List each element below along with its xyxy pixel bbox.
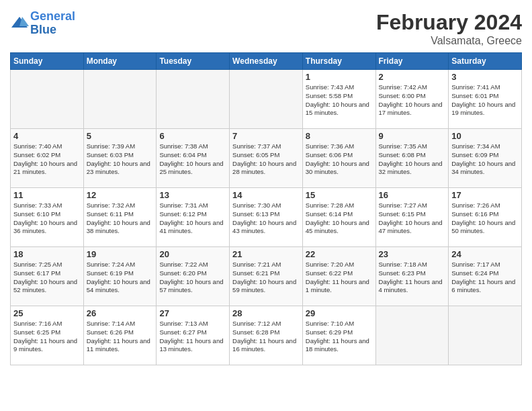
day-number: 11 [13, 190, 81, 200]
day-cell: 4Sunrise: 7:40 AMSunset: 6:02 PMDaylight… [11, 129, 84, 188]
header-day-thursday: Thursday [302, 53, 375, 70]
logo-general: General [30, 9, 75, 23]
day-cell: 25Sunrise: 7:16 AMSunset: 6:25 PMDayligh… [11, 306, 84, 365]
day-number: 28 [232, 308, 300, 318]
day-number: 23 [379, 249, 446, 259]
header-area: General Blue February 2024 Valsamata, Gr… [10, 10, 522, 47]
day-info: Sunrise: 7:18 AMSunset: 6:23 PMDaylight:… [379, 261, 446, 295]
day-number: 29 [306, 308, 373, 318]
week-row-5: 25Sunrise: 7:16 AMSunset: 6:25 PMDayligh… [11, 306, 522, 365]
day-cell [11, 70, 84, 129]
calendar-header: SundayMondayTuesdayWednesdayThursdayFrid… [11, 53, 522, 70]
logo-text: General Blue [30, 10, 75, 37]
calendar-body: 1Sunrise: 7:43 AMSunset: 5:58 PMDaylight… [11, 70, 522, 365]
day-cell: 29Sunrise: 7:10 AMSunset: 6:29 PMDayligh… [302, 306, 375, 365]
day-info: Sunrise: 7:43 AMSunset: 5:58 PMDaylight:… [306, 83, 373, 118]
day-cell: 17Sunrise: 7:26 AMSunset: 6:16 PMDayligh… [449, 188, 522, 247]
logo: General Blue [10, 10, 75, 37]
day-cell: 5Sunrise: 7:39 AMSunset: 6:03 PMDaylight… [83, 129, 157, 188]
day-info: Sunrise: 7:39 AMSunset: 6:03 PMDaylight:… [87, 142, 154, 177]
day-info: Sunrise: 7:26 AMSunset: 6:16 PMDaylight:… [451, 201, 519, 236]
day-number: 9 [379, 131, 446, 141]
day-info: Sunrise: 7:14 AMSunset: 6:26 PMDaylight:… [87, 320, 154, 354]
day-number: 20 [159, 249, 226, 259]
header-day-friday: Friday [375, 53, 449, 70]
day-number: 22 [306, 249, 373, 259]
day-cell: 9Sunrise: 7:35 AMSunset: 6:08 PMDaylight… [375, 129, 449, 188]
title-area: February 2024 Valsamata, Greece [376, 10, 522, 47]
day-info: Sunrise: 7:25 AMSunset: 6:17 PMDaylight:… [13, 261, 81, 295]
calendar-subtitle: Valsamata, Greece [376, 35, 522, 47]
day-cell: 11Sunrise: 7:33 AMSunset: 6:10 PMDayligh… [11, 188, 84, 247]
day-cell [375, 306, 449, 365]
header-row: SundayMondayTuesdayWednesdayThursdayFrid… [11, 53, 522, 70]
week-row-1: 1Sunrise: 7:43 AMSunset: 5:58 PMDaylight… [11, 70, 522, 129]
day-info: Sunrise: 7:22 AMSunset: 6:20 PMDaylight:… [159, 261, 226, 295]
day-number: 7 [232, 131, 300, 141]
day-info: Sunrise: 7:12 AMSunset: 6:28 PMDaylight:… [232, 320, 300, 354]
week-row-4: 18Sunrise: 7:25 AMSunset: 6:17 PMDayligh… [11, 247, 522, 306]
day-info: Sunrise: 7:30 AMSunset: 6:13 PMDaylight:… [232, 201, 300, 236]
day-number: 19 [87, 249, 154, 259]
day-info: Sunrise: 7:16 AMSunset: 6:25 PMDaylight:… [13, 320, 81, 354]
day-cell [449, 306, 522, 365]
day-number: 10 [451, 131, 519, 141]
day-cell: 21Sunrise: 7:21 AMSunset: 6:21 PMDayligh… [230, 247, 303, 306]
day-number: 14 [232, 190, 300, 200]
day-info: Sunrise: 7:21 AMSunset: 6:21 PMDaylight:… [232, 261, 300, 295]
day-number: 24 [451, 249, 519, 259]
day-cell: 8Sunrise: 7:36 AMSunset: 6:06 PMDaylight… [302, 129, 375, 188]
day-cell: 14Sunrise: 7:30 AMSunset: 6:13 PMDayligh… [230, 188, 303, 247]
day-cell: 7Sunrise: 7:37 AMSunset: 6:05 PMDaylight… [230, 129, 303, 188]
day-info: Sunrise: 7:38 AMSunset: 6:04 PMDaylight:… [159, 142, 226, 177]
day-info: Sunrise: 7:36 AMSunset: 6:06 PMDaylight:… [306, 142, 373, 177]
day-number: 13 [159, 190, 226, 200]
day-number: 26 [87, 308, 154, 318]
day-cell: 15Sunrise: 7:28 AMSunset: 6:14 PMDayligh… [302, 188, 375, 247]
calendar-title: February 2024 [376, 10, 522, 35]
day-info: Sunrise: 7:42 AMSunset: 6:00 PMDaylight:… [379, 83, 446, 118]
day-number: 5 [87, 131, 154, 141]
day-cell: 13Sunrise: 7:31 AMSunset: 6:12 PMDayligh… [157, 188, 230, 247]
day-cell: 12Sunrise: 7:32 AMSunset: 6:11 PMDayligh… [83, 188, 157, 247]
day-cell: 20Sunrise: 7:22 AMSunset: 6:20 PMDayligh… [157, 247, 230, 306]
logo-icon [10, 14, 29, 33]
day-number: 25 [13, 308, 81, 318]
day-cell: 3Sunrise: 7:41 AMSunset: 6:01 PMDaylight… [449, 70, 522, 129]
day-number: 1 [306, 72, 373, 82]
day-cell: 16Sunrise: 7:27 AMSunset: 6:15 PMDayligh… [375, 188, 449, 247]
day-info: Sunrise: 7:34 AMSunset: 6:09 PMDaylight:… [451, 142, 519, 177]
day-info: Sunrise: 7:20 AMSunset: 6:22 PMDaylight:… [306, 261, 373, 295]
header-day-monday: Monday [83, 53, 157, 70]
day-cell: 27Sunrise: 7:13 AMSunset: 6:27 PMDayligh… [157, 306, 230, 365]
calendar-page: General Blue February 2024 Valsamata, Gr… [0, 0, 532, 372]
day-info: Sunrise: 7:32 AMSunset: 6:11 PMDaylight:… [87, 201, 154, 236]
calendar-table: SundayMondayTuesdayWednesdayThursdayFrid… [10, 52, 522, 365]
day-cell: 19Sunrise: 7:24 AMSunset: 6:19 PMDayligh… [83, 247, 157, 306]
day-number: 12 [87, 190, 154, 200]
day-info: Sunrise: 7:33 AMSunset: 6:10 PMDaylight:… [13, 201, 81, 236]
day-number: 21 [232, 249, 300, 259]
day-cell: 26Sunrise: 7:14 AMSunset: 6:26 PMDayligh… [83, 306, 157, 365]
day-number: 3 [451, 72, 519, 82]
day-cell: 24Sunrise: 7:17 AMSunset: 6:24 PMDayligh… [449, 247, 522, 306]
header-day-wednesday: Wednesday [230, 53, 303, 70]
day-cell [230, 70, 303, 129]
day-cell: 23Sunrise: 7:18 AMSunset: 6:23 PMDayligh… [375, 247, 449, 306]
day-info: Sunrise: 7:17 AMSunset: 6:24 PMDaylight:… [451, 261, 519, 295]
day-info: Sunrise: 7:27 AMSunset: 6:15 PMDaylight:… [379, 201, 446, 236]
day-cell: 6Sunrise: 7:38 AMSunset: 6:04 PMDaylight… [157, 129, 230, 188]
header-day-saturday: Saturday [449, 53, 522, 70]
day-info: Sunrise: 7:24 AMSunset: 6:19 PMDaylight:… [87, 261, 154, 295]
day-number: 16 [379, 190, 446, 200]
day-number: 27 [159, 308, 226, 318]
day-number: 17 [451, 190, 519, 200]
day-info: Sunrise: 7:41 AMSunset: 6:01 PMDaylight:… [451, 83, 519, 118]
day-number: 6 [159, 131, 226, 141]
day-cell: 18Sunrise: 7:25 AMSunset: 6:17 PMDayligh… [11, 247, 84, 306]
header-day-sunday: Sunday [11, 53, 84, 70]
day-info: Sunrise: 7:31 AMSunset: 6:12 PMDaylight:… [159, 201, 226, 236]
day-info: Sunrise: 7:13 AMSunset: 6:27 PMDaylight:… [159, 320, 226, 354]
day-info: Sunrise: 7:40 AMSunset: 6:02 PMDaylight:… [13, 142, 81, 177]
day-number: 15 [306, 190, 373, 200]
